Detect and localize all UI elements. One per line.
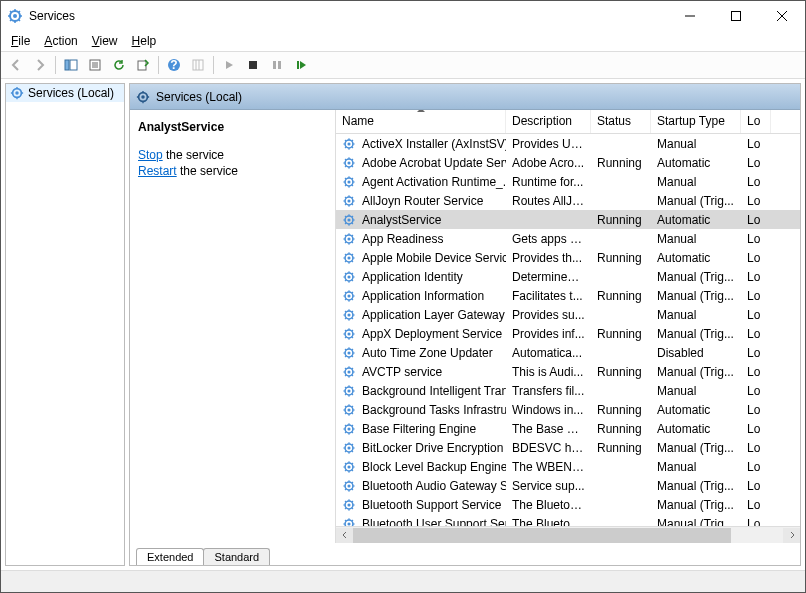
- service-description: Routes AllJo...: [506, 194, 591, 208]
- service-row[interactable]: Bluetooth Audio Gateway S...Service sup.…: [336, 476, 800, 495]
- stop-service-button[interactable]: [242, 54, 264, 76]
- service-startup: Disabled: [651, 346, 741, 360]
- col-status[interactable]: Status: [591, 110, 651, 133]
- tab-extended[interactable]: Extended: [136, 548, 204, 565]
- service-row[interactable]: Base Filtering EngineThe Base Fil...Runn…: [336, 419, 800, 438]
- show-hide-tree-button[interactable]: [60, 54, 82, 76]
- service-row[interactable]: Apple Mobile Device ServiceProvides th..…: [336, 248, 800, 267]
- svg-rect-10: [249, 61, 257, 69]
- properties-button[interactable]: [84, 54, 106, 76]
- start-service-button[interactable]: [218, 54, 240, 76]
- service-startup: Manual: [651, 384, 741, 398]
- service-row[interactable]: Background Intelligent Tran...Transfers …: [336, 381, 800, 400]
- restart-suffix: the service: [177, 164, 238, 178]
- back-button[interactable]: [5, 54, 27, 76]
- service-row[interactable]: Auto Time Zone UpdaterAutomatica...Disab…: [336, 343, 800, 362]
- service-row[interactable]: Adobe Acrobat Update Serv...Adobe Acro..…: [336, 153, 800, 172]
- service-list: Name Description Status Startup Type Lo …: [335, 110, 800, 543]
- service-status: Running: [591, 422, 651, 436]
- service-name: AVCTP service: [362, 365, 442, 379]
- col-logon[interactable]: Lo: [741, 110, 771, 133]
- maximize-button[interactable]: [713, 1, 759, 31]
- svg-point-25: [347, 199, 350, 202]
- service-logon: Lo: [741, 251, 771, 265]
- scroll-thumb[interactable]: [353, 528, 731, 543]
- svg-point-1: [13, 14, 17, 18]
- service-row[interactable]: ActiveX Installer (AxInstSV)Provides Us.…: [336, 134, 800, 153]
- service-startup: Automatic: [651, 156, 741, 170]
- col-description[interactable]: Description: [506, 110, 591, 133]
- col-startup[interactable]: Startup Type: [651, 110, 741, 133]
- service-description: Provides su...: [506, 308, 591, 322]
- gear-icon: [342, 194, 358, 208]
- restart-service-link[interactable]: Restart: [138, 164, 177, 178]
- service-startup: Automatic: [651, 422, 741, 436]
- service-row[interactable]: AVCTP serviceThis is Audi...RunningManua…: [336, 362, 800, 381]
- menubar: File Action View Help: [1, 31, 805, 51]
- service-name: Application Layer Gateway ...: [362, 308, 506, 322]
- service-description: Automatica...: [506, 346, 591, 360]
- svg-point-59: [347, 522, 350, 525]
- service-row[interactable]: Application InformationFacilitates t...R…: [336, 286, 800, 305]
- stop-service-link[interactable]: Stop: [138, 148, 163, 162]
- service-startup: Manual (Trig...: [651, 479, 741, 493]
- scroll-right-arrow[interactable]: [783, 528, 800, 543]
- menu-file[interactable]: File: [5, 32, 36, 50]
- scroll-track[interactable]: [353, 528, 783, 543]
- forward-button[interactable]: [29, 54, 51, 76]
- service-row[interactable]: Background Tasks Infrastruc...Windows in…: [336, 400, 800, 419]
- menu-help[interactable]: Help: [126, 32, 163, 50]
- svg-rect-4: [70, 60, 77, 70]
- minimize-button[interactable]: [667, 1, 713, 31]
- column-chooser-button[interactable]: [187, 54, 209, 76]
- service-row[interactable]: AppX Deployment Service (...Provides inf…: [336, 324, 800, 343]
- service-row[interactable]: Application Layer Gateway ...Provides su…: [336, 305, 800, 324]
- export-list-button[interactable]: [132, 54, 154, 76]
- refresh-button[interactable]: [108, 54, 130, 76]
- service-row[interactable]: BitLocker Drive Encryption ...BDESVC hos…: [336, 438, 800, 457]
- service-row[interactable]: Bluetooth Support ServiceThe Bluetoo...M…: [336, 495, 800, 514]
- services-app-icon: [7, 8, 23, 24]
- pause-service-button[interactable]: [266, 54, 288, 76]
- service-startup: Manual: [651, 308, 741, 322]
- restart-service-button[interactable]: [290, 54, 312, 76]
- gear-icon: [342, 270, 358, 284]
- help-button[interactable]: ?: [163, 54, 185, 76]
- service-startup: Manual (Trig...: [651, 441, 741, 455]
- service-startup: Manual: [651, 175, 741, 189]
- menu-view[interactable]: View: [86, 32, 124, 50]
- svg-point-33: [347, 275, 350, 278]
- scroll-left-arrow[interactable]: [336, 528, 353, 543]
- service-name: Adobe Acrobat Update Serv...: [362, 156, 506, 170]
- horizontal-scrollbar[interactable]: [336, 526, 800, 543]
- tree-node-services-local[interactable]: Services (Local): [6, 84, 124, 102]
- service-description: BDESVC hos...: [506, 441, 591, 455]
- service-logon: Lo: [741, 422, 771, 436]
- service-row[interactable]: Agent Activation Runtime_...Runtime for.…: [336, 172, 800, 191]
- close-button[interactable]: [759, 1, 805, 31]
- service-row[interactable]: AnalystServiceRunningAutomaticLo: [336, 210, 800, 229]
- service-logon: Lo: [741, 384, 771, 398]
- service-row[interactable]: App ReadinessGets apps re...ManualLo: [336, 229, 800, 248]
- service-rows[interactable]: ActiveX Installer (AxInstSV)Provides Us.…: [336, 134, 800, 526]
- service-status: Running: [591, 365, 651, 379]
- panel-header: Services (Local): [130, 84, 800, 110]
- service-logon: Lo: [741, 213, 771, 227]
- service-startup: Automatic: [651, 403, 741, 417]
- svg-point-23: [347, 180, 350, 183]
- service-description: Adobe Acro...: [506, 156, 591, 170]
- svg-rect-3: [65, 60, 69, 70]
- col-name[interactable]: Name: [336, 110, 506, 133]
- gear-icon: [342, 422, 358, 436]
- gear-icon: [342, 156, 358, 170]
- service-name: Agent Activation Runtime_...: [362, 175, 506, 189]
- service-row[interactable]: Block Level Backup Engine ...The WBENG..…: [336, 457, 800, 476]
- tab-standard[interactable]: Standard: [203, 548, 270, 565]
- service-description: Provides Us...: [506, 137, 591, 151]
- service-row[interactable]: AllJoyn Router ServiceRoutes AllJo...Man…: [336, 191, 800, 210]
- service-row[interactable]: Bluetooth User Support Ser...The Blueto.…: [336, 514, 800, 526]
- menu-action[interactable]: Action: [38, 32, 83, 50]
- service-name: Bluetooth Audio Gateway S...: [362, 479, 506, 493]
- svg-rect-2: [732, 12, 741, 21]
- service-row[interactable]: Application IdentityDetermines ...Manual…: [336, 267, 800, 286]
